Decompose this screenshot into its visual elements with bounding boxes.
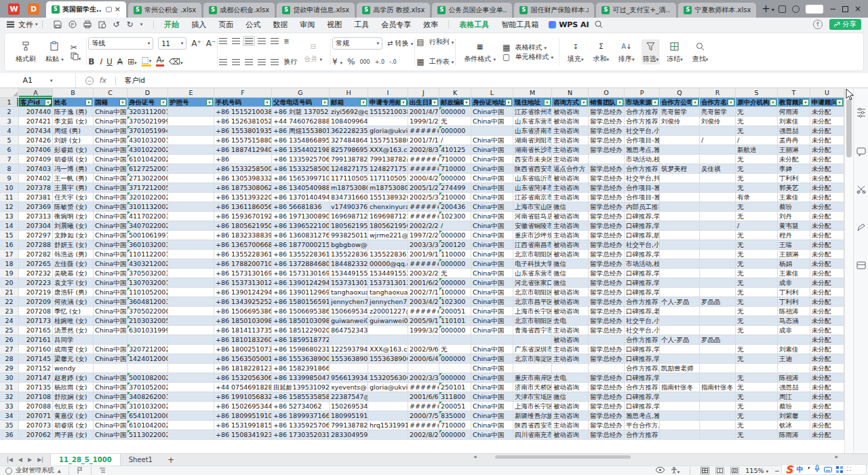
cell[interactable]: 平台合作方,机构 — [625, 421, 660, 430]
cell[interactable]: 未分配 — [810, 278, 844, 288]
convert-button[interactable]: ⇄ 转换 ▾ — [387, 39, 413, 48]
cell[interactable]: 主动咨询 — [552, 126, 589, 136]
cell[interactable]: 15575158809@163.com — [368, 136, 408, 145]
cell[interactable]: +86 15319918153 — [214, 421, 272, 430]
cell[interactable]: 胡睿琪 (女) — [53, 155, 94, 164]
new-tab-button[interactable]: + — [762, 3, 770, 15]
cell[interactable]: 市场来源▾ — [625, 98, 660, 107]
cell[interactable]: 个人-罗晶 — [660, 335, 700, 345]
filter-dropdown-icon[interactable]: ▾ — [321, 99, 328, 106]
cell[interactable]: 刘素佳 — [778, 117, 810, 126]
cell[interactable] — [660, 354, 700, 364]
cell[interactable]: 无 — [736, 307, 778, 316]
cell[interactable]: 雅思考点,雅思培训 — [625, 145, 660, 155]
cell[interactable]: China中国 — [471, 411, 513, 421]
cell[interactable] — [660, 316, 700, 326]
cell[interactable]: 刘丹 — [778, 212, 810, 221]
cell[interactable]: 合作方推荐 — [625, 297, 660, 307]
cell[interactable]: China中国 — [94, 278, 127, 288]
cell[interactable]: 刘妍 (女) — [53, 136, 94, 145]
italic-button[interactable]: I — [99, 57, 102, 66]
filter-dropdown-icon[interactable]: ▾ — [616, 99, 623, 106]
cell[interactable]: 邮政编码▾ — [439, 98, 471, 107]
cell[interactable]: 手机号码▾ — [214, 98, 272, 107]
filter-dropdown-icon[interactable]: ▾ — [206, 99, 213, 106]
cell[interactable]: 吴佳祺 — [700, 164, 736, 174]
cell[interactable] — [168, 250, 214, 259]
cell[interactable]: 口碑推荐,学生推荐 — [625, 392, 660, 402]
cell[interactable]: 未分配 — [810, 411, 844, 421]
cell[interactable]: 河南省驻马店 — [513, 212, 552, 221]
cell[interactable]: 江苏省徐州市 — [513, 107, 552, 117]
cell[interactable]: +86 18753080626 — [214, 183, 272, 193]
cell[interactable]: 留学总经办 — [589, 421, 625, 430]
prev-sheet-icon[interactable]: ◀ — [18, 457, 22, 463]
cell[interactable]: +86 13701404948 — [272, 193, 330, 202]
cell[interactable]: China中国 — [471, 240, 513, 250]
cell[interactable]: 320311200104077915 — [127, 107, 168, 117]
cell[interactable] — [660, 278, 700, 288]
cell[interactable]: +86 13053983320 — [214, 174, 272, 183]
cell[interactable]: 00000@qq.com — [368, 259, 408, 269]
cell[interactable]: 207223 — [19, 278, 53, 288]
cell[interactable]: 未分配 — [810, 202, 844, 212]
column-header-A[interactable]: A — [19, 88, 53, 98]
cell[interactable]: China中国 — [471, 221, 513, 231]
cell[interactable]: 110112200109181419 — [127, 250, 168, 259]
cell[interactable]: 未分配 — [778, 155, 810, 164]
cell[interactable]: 无 — [736, 164, 778, 174]
cell[interactable] — [660, 202, 700, 212]
column-header-N[interactable]: N — [552, 88, 589, 98]
cell[interactable] — [168, 307, 214, 316]
menu-item[interactable]: 页面 — [212, 20, 239, 30]
cell[interactable]: +86 13544021980 — [272, 145, 330, 155]
cell[interactable]: 左佳薇 (女) — [53, 259, 94, 269]
cell[interactable]: 王丽淋 — [778, 250, 810, 259]
cell[interactable]: 咨询方式▾ — [552, 98, 589, 107]
cell[interactable]: 彭睿婧 (女) — [53, 145, 94, 155]
cell[interactable]: 身份证号▾ — [127, 98, 168, 107]
cell[interactable]: 000000 — [439, 107, 471, 117]
cell[interactable] — [168, 240, 214, 250]
cell[interactable]: +86 15320563066 — [214, 373, 272, 383]
cell[interactable] — [168, 373, 214, 383]
print-icon[interactable] — [83, 20, 92, 28]
cell[interactable]: 主动咨询 — [552, 354, 589, 364]
cell[interactable] — [700, 364, 736, 373]
cell[interactable]: 210000 — [439, 193, 471, 202]
cell[interactable]: China中国 — [471, 307, 513, 316]
row-header[interactable]: 13 — [0, 212, 19, 221]
cell[interactable]: 150669534@qq.com — [330, 307, 368, 316]
cell[interactable]: 被动咨询 — [552, 107, 589, 117]
cell[interactable]: ######## — [408, 202, 439, 212]
cell[interactable]: 留学总经办 — [589, 250, 625, 259]
row-header[interactable]: 26 — [0, 335, 19, 345]
cell[interactable] — [660, 240, 700, 250]
zoom-out-button[interactable]: − — [774, 467, 780, 474]
cell[interactable]: 2002/7/16 — [408, 288, 439, 297]
cell[interactable]: 留学总经办 — [589, 126, 625, 136]
cell[interactable]: China中国 — [471, 297, 513, 307]
align-middle-icon[interactable] — [232, 38, 240, 44]
cell[interactable] — [168, 212, 214, 221]
cell[interactable]: 陈祖涛 — [778, 373, 810, 383]
cell[interactable]: 山东省济南市 — [513, 126, 552, 136]
number-format-select[interactable]: 常规▾ — [332, 37, 382, 50]
cell[interactable]: 未分配 — [810, 345, 844, 354]
cell[interactable] — [589, 155, 625, 164]
cell[interactable] — [660, 411, 700, 421]
cell[interactable] — [513, 364, 552, 373]
cell[interactable]: 612725200110100019 — [127, 164, 168, 174]
row-header[interactable]: 30 — [0, 373, 19, 383]
cell[interactable]: 1696987121@qq.com — [330, 212, 368, 221]
cell[interactable]: 合作项目-雅思 — [625, 136, 660, 145]
cell[interactable]: +86 18595187726 — [272, 335, 330, 345]
vertical-scroll-thumb[interactable] — [846, 99, 852, 157]
cell[interactable]: 835000 — [439, 411, 471, 421]
cell[interactable]: / — [736, 136, 778, 145]
cell[interactable]: 梁馨元 (女) — [53, 354, 94, 364]
cell[interactable] — [700, 126, 736, 136]
cell[interactable]: 口碑推荐,老学员 — [625, 307, 660, 316]
cell[interactable]: +86 13728846800 — [272, 259, 330, 269]
row-header[interactable]: 27 — [0, 345, 19, 354]
